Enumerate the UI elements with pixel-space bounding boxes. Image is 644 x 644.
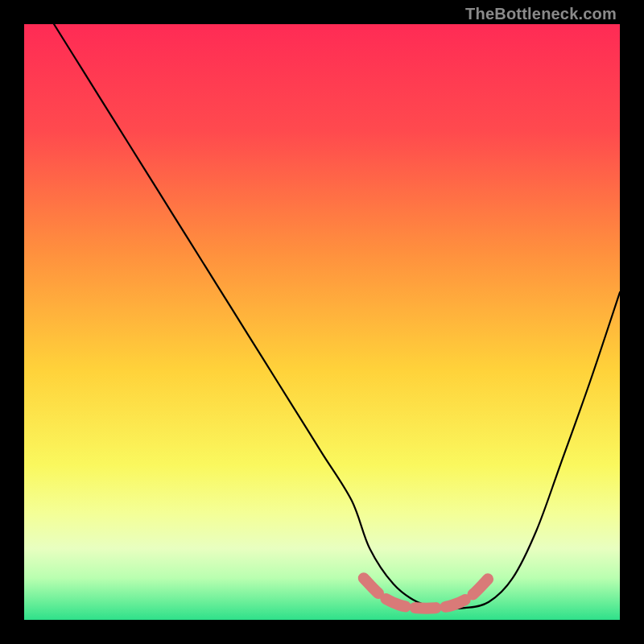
optimal-range-marker [364,578,489,608]
watermark-text: TheBottleneck.com [465,5,617,23]
plot-area [24,24,620,620]
curve-layer [24,24,620,620]
bottleneck-curve [54,24,620,609]
chart-frame: TheBottleneck.com [0,0,644,644]
